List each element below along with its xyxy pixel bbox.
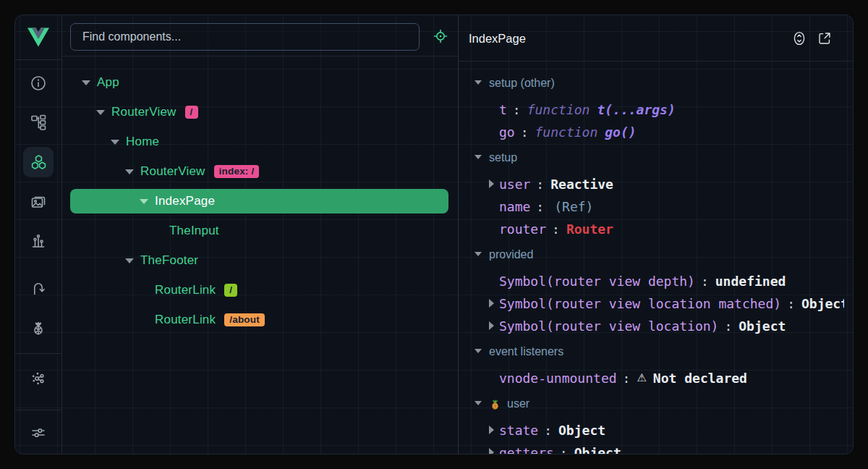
expand-arrow-icon[interactable] xyxy=(489,426,494,434)
component-name: IndexPage xyxy=(155,194,215,208)
state-key: Symbol(router view depth) xyxy=(499,274,695,289)
state-row-symbol-router-view-location-matched[interactable]: Symbol(router view location matched):Obj… xyxy=(459,292,844,314)
tree-item-home[interactable]: Home xyxy=(62,127,458,156)
pinia-pineapple-icon[interactable] xyxy=(23,313,54,343)
graph-icon[interactable] xyxy=(23,363,54,394)
state-value: Object xyxy=(801,296,844,311)
colon: : xyxy=(560,445,568,455)
inspector-panel: IndexPage setup (other)t:functiont(...ar… xyxy=(459,15,853,454)
tree-item-thefooter[interactable]: TheFooter xyxy=(62,246,458,275)
state-value: undefined xyxy=(715,274,786,289)
colon: : xyxy=(513,102,521,117)
colon: : xyxy=(724,318,732,334)
state-section-setup-other[interactable]: setup (other) xyxy=(459,72,844,94)
open-in-editor-icon[interactable] xyxy=(817,30,833,46)
state-value: Object xyxy=(739,318,786,334)
router-icon[interactable] xyxy=(23,274,54,304)
expand-arrow-icon[interactable] xyxy=(111,140,119,145)
expand-arrow-icon[interactable] xyxy=(489,448,494,454)
tree-toolbar xyxy=(62,15,458,56)
state-value: Reactive xyxy=(550,177,613,192)
expand-arrow-icon[interactable] xyxy=(125,169,134,174)
state-key: router xyxy=(499,221,546,237)
component-name: RouterLink xyxy=(155,283,216,297)
search-input[interactable] xyxy=(70,23,420,51)
expand-arrow-icon[interactable] xyxy=(96,110,105,115)
info-icon[interactable] xyxy=(23,68,54,98)
component-name: RouterView xyxy=(111,105,176,119)
assets-image-icon[interactable] xyxy=(23,187,54,217)
route-badge: /about xyxy=(224,313,265,327)
state-row-getters[interactable]: getters:Object xyxy=(459,441,844,454)
state-value: Object xyxy=(574,445,621,455)
colon: : xyxy=(787,296,795,311)
state-row-state[interactable]: state:Object xyxy=(459,419,844,441)
component-name: TheFooter xyxy=(140,253,198,268)
component-name: RouterView xyxy=(140,164,205,179)
function-keyword: function xyxy=(535,124,598,140)
state-key: name xyxy=(499,199,530,214)
tree-panel: AppRouterView/HomeRouterViewindex: /Inde… xyxy=(62,15,459,454)
colon: : xyxy=(521,124,529,140)
state-value: Not declared xyxy=(653,371,747,386)
state-row-symbol-router-view-location[interactable]: Symbol(router view location):Object xyxy=(459,315,844,337)
state-key: getters xyxy=(499,445,554,455)
settings-icon[interactable] xyxy=(23,418,54,448)
state-key: user xyxy=(499,177,530,192)
tree-item-indexpage[interactable]: IndexPage xyxy=(70,189,448,214)
tree-item-app[interactable]: App xyxy=(62,68,458,97)
collapse-arrow-icon[interactable] xyxy=(475,349,482,353)
collapse-arrow-icon[interactable] xyxy=(475,80,482,85)
state-value: Object xyxy=(558,423,605,438)
state-row-user[interactable]: user:Reactive xyxy=(459,173,844,195)
state-key: state xyxy=(499,423,538,438)
section-label: event listeners xyxy=(489,345,563,358)
expand-arrow-icon[interactable] xyxy=(82,80,90,85)
state-key: Symbol(router view location matched) xyxy=(499,296,781,311)
section-label: provided xyxy=(489,248,533,261)
state-row-t[interactable]: t:functiont(...args) xyxy=(459,98,844,120)
state-row-symbol-router-view-depth[interactable]: Symbol(router view depth):undefined xyxy=(459,270,844,292)
state-row-name[interactable]: name:(Ref) xyxy=(459,195,844,217)
state-section-user[interactable]: user xyxy=(459,393,844,415)
expand-arrow-icon[interactable] xyxy=(140,199,148,204)
tree-item-routerview[interactable]: RouterView/ xyxy=(62,98,458,127)
tree-item-theinput[interactable]: TheInput xyxy=(62,216,458,245)
collapse-arrow-icon[interactable] xyxy=(475,401,482,405)
collapse-arrow-icon[interactable] xyxy=(475,155,482,159)
state-row-go[interactable]: go:functiongo() xyxy=(459,121,844,143)
state-section-setup[interactable]: setup xyxy=(459,147,844,169)
state-section-provided[interactable]: provided xyxy=(459,244,844,266)
section-label: setup (other) xyxy=(489,77,555,90)
inspect-component-target-icon[interactable] xyxy=(433,28,448,44)
state-row-vnode-unmounted[interactable]: vnode-unmounted:⚠Not declared xyxy=(459,367,844,389)
expand-arrow-icon[interactable] xyxy=(125,258,134,263)
colon: : xyxy=(552,221,560,237)
colon: : xyxy=(701,274,709,289)
components-hexagons-icon[interactable] xyxy=(23,147,54,177)
component-name: Home xyxy=(126,135,159,149)
function-keyword: function xyxy=(527,102,590,117)
tree-item-routerview[interactable]: RouterViewindex: / xyxy=(62,157,458,186)
scroll-to-component-icon[interactable] xyxy=(791,30,807,46)
tree-item-routerlink[interactable]: RouterLink/ xyxy=(62,276,458,305)
timeline-sliders-icon[interactable] xyxy=(23,226,54,256)
route-badge: / xyxy=(185,106,198,119)
component-tree-body: AppRouterView/HomeRouterViewindex: /Inde… xyxy=(62,56,458,454)
expand-arrow-icon[interactable] xyxy=(489,299,494,308)
expand-arrow-icon[interactable] xyxy=(489,179,494,188)
component-name: RouterLink xyxy=(155,313,216,327)
tree-item-routerlink[interactable]: RouterLink/about xyxy=(62,305,458,334)
inspector-header: IndexPage xyxy=(459,15,853,62)
rail-divider xyxy=(15,353,61,354)
collapse-arrow-icon[interactable] xyxy=(475,252,482,256)
expand-arrow-icon[interactable] xyxy=(489,321,494,330)
state-row-router[interactable]: router:Router xyxy=(459,218,844,240)
colon: : xyxy=(544,423,552,438)
component-outline-icon[interactable] xyxy=(23,107,54,138)
vue-logo xyxy=(15,15,61,60)
route-badge: / xyxy=(224,284,237,297)
section-label: setup xyxy=(489,151,517,164)
state-section-event-listeners[interactable]: event listeners xyxy=(459,341,844,363)
colon: : xyxy=(536,177,544,192)
